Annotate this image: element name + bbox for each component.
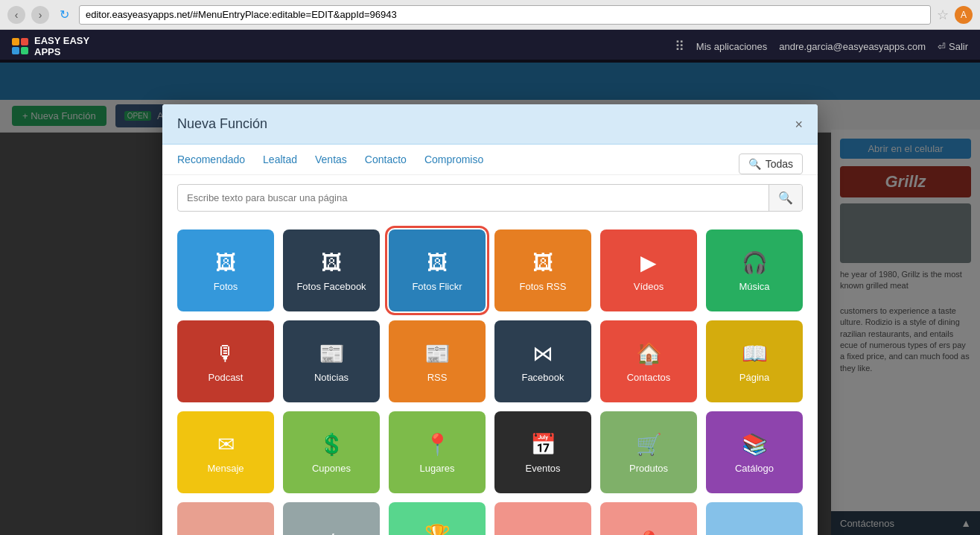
card-fotos[interactable]: 🖼Fotos [177,229,274,311]
card-icon-fotos-facebook: 🖼 [321,250,342,275]
card-label-catalogo: Catálogo [735,463,774,475]
card-label-cupones: Cupones [312,463,351,475]
apps-grid-icon[interactable]: ⠿ [675,38,684,54]
back-button[interactable]: ‹ [7,6,25,24]
card-icon-cupones: 💲 [319,432,345,457]
modal-title: Nueva Función [177,116,267,132]
mis-aplicaciones-link[interactable]: Mis aplicaciones [696,41,767,52]
logo-grid [12,38,28,54]
cards-grid: 🖼Fotos🖼Fotos Facebook🖼Fotos Flickr🖼Fotos… [162,221,818,535]
logo-area: EASY EASYAPPS [12,35,89,57]
tab-recomendado[interactable]: Recomendado [177,153,245,174]
card-label-videos: Vídeos [634,281,664,294]
card-cupones[interactable]: 💲Cupones [283,411,380,493]
card-row3-3[interactable]: 🏆Lista [389,502,486,535]
bookmark-icon[interactable]: ☆ [937,7,949,23]
top-nav: EASY EASYAPPS ⠿ Mis aplicaciones andre.g… [0,30,980,63]
card-icon-fotos-rss: 🖼 [532,250,553,275]
card-label-rss: RSS [427,372,448,384]
modal-overlay: Nueva Función × Recomendado Lealtad Vent… [0,60,980,535]
card-icon-podcast: 🎙 [215,341,236,366]
card-icon-row3-5: 📍 [636,530,662,536]
card-icon-produtos: 🛒 [636,432,662,457]
search-input[interactable] [178,186,769,209]
card-mensaje[interactable]: ✉Mensaje [177,411,274,493]
card-label-mensaje: Mensaje [207,463,244,475]
todas-button[interactable]: 🔍 Todas [739,153,803,174]
card-musica[interactable]: 🎧Música [706,229,803,311]
card-videos[interactable]: ▶Vídeos [600,229,697,311]
card-row3-1[interactable]: 🍽 [177,502,274,535]
app-background: EASY EASYAPPS ⠿ Mis aplicaciones andre.g… [0,30,980,535]
card-icon-row3-4: 👥 [530,530,556,536]
todas-label: Todas [766,158,793,170]
card-row3-5[interactable]: 📍 [600,502,697,535]
card-icon-musica: 🎧 [742,250,768,275]
card-icon-row3-2: </> [316,530,346,535]
refresh-button[interactable]: ↻ [55,6,73,24]
card-contactos[interactable]: 🏠Contactos [600,320,697,402]
card-facebook[interactable]: ⋈Facebook [494,320,591,402]
search-wrapper: 🔍 [177,184,803,212]
tab-contacto[interactable]: Contacto [365,153,407,174]
search-small-icon: 🔍 [748,158,761,170]
modal-close-button[interactable]: × [795,118,803,131]
card-icon-noticias: 📰 [319,341,345,366]
signout-label: Salir [949,41,968,52]
url-bar[interactable] [79,5,931,25]
card-icon-catalogo: 📚 [742,432,768,457]
search-button[interactable]: 🔍 [769,185,802,211]
logo-text: EASY EASYAPPS [34,35,89,57]
logo-cell-1 [12,38,19,45]
card-icon-eventos: 📅 [530,432,556,457]
modal-tabs: Recomendado Lealtad Ventas Contacto Comp… [162,145,818,175]
card-row3-2[interactable]: </> [283,502,380,535]
card-row3-6[interactable]: ⋈ [706,502,803,535]
forward-button[interactable]: › [31,6,49,24]
card-label-lugares: Lugares [420,463,455,475]
card-icon-lugares: 📍 [424,432,451,457]
card-icon-fotos-flickr: 🖼 [427,250,448,275]
card-icon-mensaje: ✉ [217,432,235,457]
card-noticias[interactable]: 📰Noticias [283,320,380,402]
card-icon-rss: 📰 [424,341,451,366]
card-eventos[interactable]: 📅Eventos [494,411,591,493]
logo-cell-2 [21,38,28,45]
card-label-fotos-flickr: Fotos Flickr [412,281,462,294]
signout-link[interactable]: ⏎ Salir [938,41,968,52]
modal-search-area: 🔍 [162,175,818,221]
nueva-funcion-modal: Nueva Función × Recomendado Lealtad Vent… [162,104,818,535]
logo-cell-4 [21,47,28,54]
card-produtos[interactable]: 🛒Produtos [600,411,697,493]
card-label-eventos: Eventos [526,463,561,475]
card-icon-fotos: 🖼 [215,250,236,275]
card-rss[interactable]: 📰RSS [389,320,486,402]
user-avatar: A [955,6,973,24]
card-pagina[interactable]: 📖Página [706,320,803,402]
card-podcast[interactable]: 🎙Podcast [177,320,274,402]
browser-chrome: ‹ › ↻ ☆ A [0,0,980,30]
signout-icon: ⏎ [938,41,946,52]
card-catalogo[interactable]: 📚Catálogo [706,411,803,493]
card-icon-facebook: ⋈ [532,341,553,366]
modal-header: Nueva Función × [162,104,818,145]
tab-ventas[interactable]: Ventas [315,153,347,174]
user-email-link[interactable]: andre.garcia@easyeasyapps.com [779,41,926,52]
card-label-noticias: Noticias [314,372,349,384]
card-icon-pagina: 📖 [742,341,768,366]
tab-compromiso[interactable]: Compromiso [424,153,483,174]
card-label-produtos: Produtos [629,463,668,475]
tab-lealtad[interactable]: Lealtad [263,153,297,174]
card-icon-videos: ▶ [640,250,657,275]
card-label-facebook: Facebook [521,372,564,384]
logo-cell-3 [12,47,19,54]
card-label-musica: Música [739,281,769,294]
card-label-fotos: Fotos [214,281,238,294]
card-fotos-facebook[interactable]: 🖼Fotos Facebook [283,229,380,311]
card-fotos-rss[interactable]: 🖼Fotos RSS [494,229,591,311]
card-icon-row3-1: 🍽 [215,530,236,536]
card-label-fotos-rss: Fotos RSS [520,281,567,294]
card-fotos-flickr[interactable]: 🖼Fotos Flickr [389,229,486,311]
card-row3-4[interactable]: 👥 [494,502,591,535]
card-lugares[interactable]: 📍Lugares [389,411,486,493]
